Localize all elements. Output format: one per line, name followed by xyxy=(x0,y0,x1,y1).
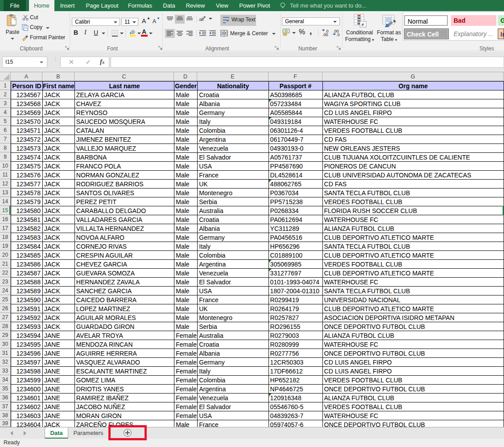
svg-text:.0: .0 xyxy=(336,33,340,37)
svg-text:ab: ab xyxy=(199,17,204,22)
svg-text:.00: .00 xyxy=(322,33,328,37)
svg-text:≠: ≠ xyxy=(361,22,364,27)
